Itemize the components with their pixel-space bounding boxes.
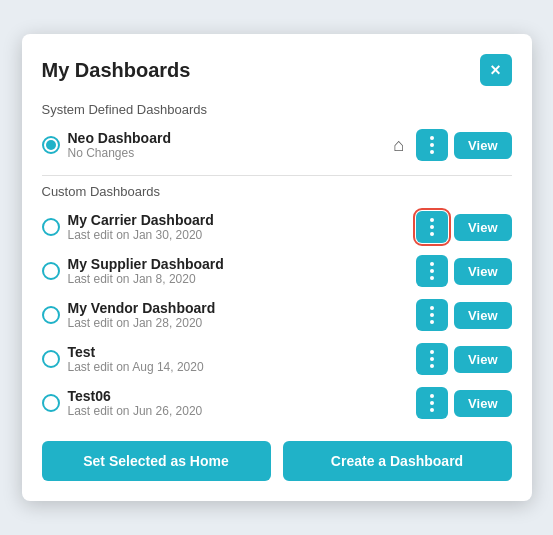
table-row: Test06 Last edit on Jun 26, 2020 View (42, 381, 512, 425)
supplier-name: My Supplier Dashboard (68, 256, 409, 272)
neo-dashboard-info: Neo Dashboard No Changes (68, 130, 386, 160)
supplier-action-group: View (416, 255, 511, 287)
supplier-info: My Supplier Dashboard Last edit on Jan 8… (68, 256, 409, 286)
create-dashboard-button[interactable]: Create a Dashboard (283, 441, 512, 481)
radio-carrier[interactable] (42, 218, 60, 236)
test06-view-button[interactable]: View (454, 390, 511, 417)
test-name: Test (68, 344, 409, 360)
carrier-action-group: View (416, 211, 511, 243)
set-home-button[interactable]: Set Selected as Home (42, 441, 271, 481)
neo-dots-button[interactable] (416, 129, 448, 161)
radio-vendor[interactable] (42, 306, 60, 324)
home-icon: ⌂ (393, 135, 404, 156)
supplier-sub: Last edit on Jan 8, 2020 (68, 272, 409, 286)
vendor-name: My Vendor Dashboard (68, 300, 409, 316)
dots-icon (430, 394, 434, 412)
test-action-group: View (416, 343, 511, 375)
radio-supplier[interactable] (42, 262, 60, 280)
dots-icon (430, 262, 434, 280)
system-section: System Defined Dashboards Neo Dashboard … (42, 102, 512, 167)
neo-dashboard-sub: No Changes (68, 146, 386, 160)
radio-test[interactable] (42, 350, 60, 368)
close-button[interactable]: × (480, 54, 512, 86)
system-section-label: System Defined Dashboards (42, 102, 512, 117)
table-row: My Supplier Dashboard Last edit on Jan 8… (42, 249, 512, 293)
carrier-name: My Carrier Dashboard (68, 212, 409, 228)
dots-icon (430, 350, 434, 368)
my-dashboards-modal: My Dashboards × System Defined Dashboard… (22, 34, 532, 501)
test-sub: Last edit on Aug 14, 2020 (68, 360, 409, 374)
modal-footer: Set Selected as Home Create a Dashboard (42, 441, 512, 481)
carrier-dots-button[interactable] (416, 211, 448, 243)
dots-icon (430, 218, 434, 236)
carrier-info: My Carrier Dashboard Last edit on Jan 30… (68, 212, 409, 242)
dots-icon (430, 136, 434, 154)
modal-title: My Dashboards (42, 59, 191, 82)
vendor-action-group: View (416, 299, 511, 331)
test-dots-button[interactable] (416, 343, 448, 375)
neo-view-button[interactable]: View (454, 132, 511, 159)
test06-dots-button[interactable] (416, 387, 448, 419)
test06-info: Test06 Last edit on Jun 26, 2020 (68, 388, 409, 418)
neo-dashboard-name: Neo Dashboard (68, 130, 386, 146)
vendor-sub: Last edit on Jan 28, 2020 (68, 316, 409, 330)
carrier-sub: Last edit on Jan 30, 2020 (68, 228, 409, 242)
table-row: Test Last edit on Aug 14, 2020 View (42, 337, 512, 381)
radio-neo[interactable] (42, 136, 60, 154)
custom-section: Custom Dashboards My Carrier Dashboard L… (42, 184, 512, 425)
table-row: My Vendor Dashboard Last edit on Jan 28,… (42, 293, 512, 337)
neo-action-group: View (416, 129, 511, 161)
vendor-info: My Vendor Dashboard Last edit on Jan 28,… (68, 300, 409, 330)
table-row: My Carrier Dashboard Last edit on Jan 30… (42, 205, 512, 249)
custom-section-label: Custom Dashboards (42, 184, 512, 199)
test-info: Test Last edit on Aug 14, 2020 (68, 344, 409, 374)
modal-header: My Dashboards × (42, 54, 512, 86)
test06-sub: Last edit on Jun 26, 2020 (68, 404, 409, 418)
dots-icon (430, 306, 434, 324)
carrier-view-button[interactable]: View (454, 214, 511, 241)
vendor-view-button[interactable]: View (454, 302, 511, 329)
radio-test06[interactable] (42, 394, 60, 412)
section-divider (42, 175, 512, 176)
test06-name: Test06 (68, 388, 409, 404)
table-row: Neo Dashboard No Changes ⌂ View (42, 123, 512, 167)
test06-action-group: View (416, 387, 511, 419)
supplier-dots-button[interactable] (416, 255, 448, 287)
vendor-dots-button[interactable] (416, 299, 448, 331)
supplier-view-button[interactable]: View (454, 258, 511, 285)
test-view-button[interactable]: View (454, 346, 511, 373)
